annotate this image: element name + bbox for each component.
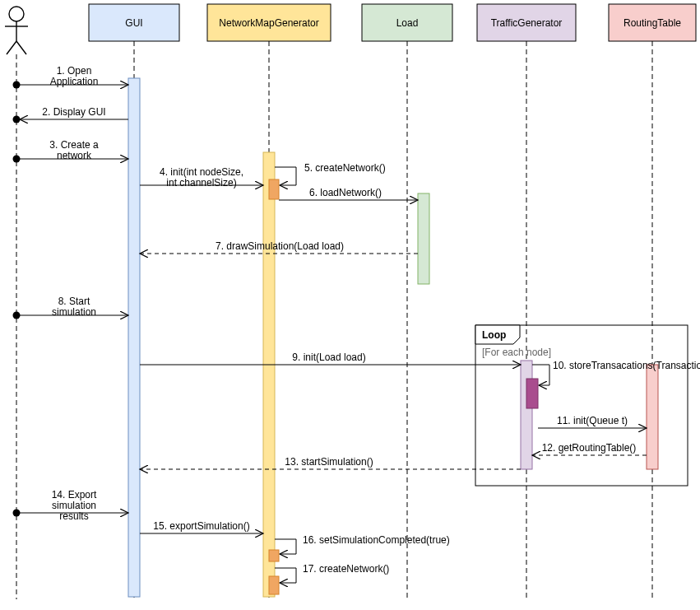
svg-rect-46 xyxy=(269,550,279,561)
lifeline-nmg-head: NetworkMapGenerator xyxy=(207,4,331,41)
svg-point-27 xyxy=(13,312,21,319)
svg-text:1. OpenApplication: 1. OpenApplication xyxy=(50,65,99,87)
message-3: 3. Create anetwork xyxy=(13,139,129,163)
message-12: 12. getRoutingTable() xyxy=(532,442,647,455)
svg-text:14. Exportsimulationresults: 14. Exportsimulationresults xyxy=(52,489,97,522)
loop-guard: [For each node] xyxy=(482,347,551,358)
lifeline-traffic-head: TrafficGenerator xyxy=(477,4,576,41)
lifeline-load-label: Load xyxy=(396,17,419,29)
activation-nmg xyxy=(263,152,275,597)
message-16: 16. setSimulationCompleted(true) xyxy=(269,534,450,561)
svg-point-41 xyxy=(13,510,21,517)
svg-rect-21 xyxy=(269,179,279,199)
svg-point-16 xyxy=(13,156,21,163)
svg-text:16. setSimulationCompleted(tru: 16. setSimulationCompleted(true) xyxy=(303,534,450,546)
lifeline-traffic-label: TrafficGenerator xyxy=(491,17,563,29)
actor-user xyxy=(5,7,28,54)
lifeline-routing-head: RoutingTable xyxy=(609,4,696,41)
message-10: 10. storeTransacations(Transaction t) xyxy=(526,360,700,408)
activation-gui xyxy=(128,78,140,597)
svg-rect-33 xyxy=(526,379,538,408)
svg-text:10. storeTransacations(Transac: 10. storeTransacations(Transaction t) xyxy=(553,360,700,371)
lifeline-nmg-label: NetworkMapGenerator xyxy=(219,17,318,29)
lifeline-load-head: Load xyxy=(362,4,452,41)
message-14: 14. Exportsimulationresults xyxy=(13,489,129,522)
svg-text:4. init(int nodeSize,int chann: 4. init(int nodeSize,int channelSize) xyxy=(160,166,243,189)
svg-rect-48 xyxy=(269,576,279,594)
activation-routing xyxy=(647,365,658,469)
loop-title: Loop xyxy=(482,329,506,341)
svg-line-3 xyxy=(7,41,16,54)
lifeline-gui-label: GUI xyxy=(125,17,142,29)
svg-text:11. init(Queue t): 11. init(Queue t) xyxy=(557,415,628,426)
activation-load xyxy=(418,193,429,284)
svg-text:5. createNetwork(): 5. createNetwork() xyxy=(304,162,386,174)
lifeline-routing-label: RoutingTable xyxy=(624,17,681,29)
svg-text:9. init(Load load): 9. init(Load load) xyxy=(292,352,365,363)
svg-text:15. exportSimulation(): 15. exportSimulation() xyxy=(153,520,249,532)
message-17: 17. createNetwork() xyxy=(269,563,389,594)
message-6: 6. loadNetwork() xyxy=(279,187,418,200)
message-4: 4. init(int nodeSize,int channelSize) xyxy=(140,166,263,189)
svg-point-0 xyxy=(9,7,24,21)
message-13: 13. startSimulation() xyxy=(140,456,521,469)
activation-traffic xyxy=(521,361,532,469)
svg-text:12. getRoutingTable(): 12. getRoutingTable() xyxy=(542,442,637,454)
svg-text:6. loadNetwork(): 6. loadNetwork() xyxy=(309,187,382,198)
svg-text:17. createNetwork(): 17. createNetwork() xyxy=(303,563,389,575)
message-11: 11. init(Queue t) xyxy=(538,415,647,428)
svg-point-10 xyxy=(13,81,21,89)
svg-text:8. Startsimulation: 8. Startsimulation xyxy=(52,296,96,318)
sequence-diagram: GUI NetworkMapGenerator Load TrafficGene… xyxy=(0,0,700,610)
message-9: 9. init(Load load) xyxy=(140,352,521,365)
message-7: 7. drawSimulation(Load load) xyxy=(140,240,418,254)
svg-text:3. Create anetwork: 3. Create anetwork xyxy=(49,139,99,161)
svg-line-4 xyxy=(16,41,26,54)
message-2: 2. Display GUI xyxy=(13,106,129,123)
lifeline-gui-head: GUI xyxy=(89,4,179,41)
svg-point-13 xyxy=(13,116,21,123)
svg-text:13. startSimulation(): 13. startSimulation() xyxy=(285,456,373,468)
svg-text:2. Display GUI: 2. Display GUI xyxy=(42,106,105,118)
svg-text:7. drawSimulation(Load load): 7. drawSimulation(Load load) xyxy=(216,240,344,252)
message-1: 1. OpenApplication xyxy=(13,65,129,89)
message-8: 8. Startsimulation xyxy=(13,296,129,319)
message-15: 15. exportSimulation() xyxy=(140,520,263,533)
